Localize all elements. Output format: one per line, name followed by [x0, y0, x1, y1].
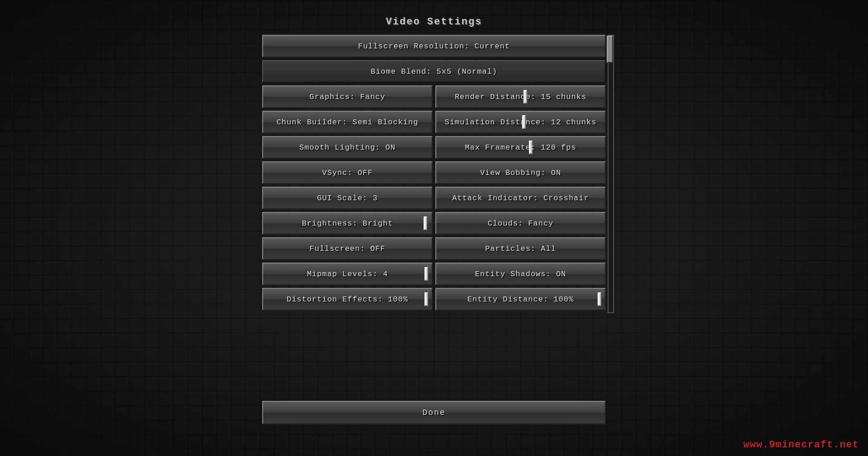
fullscreen-label: Fullscreen: OFF [309, 244, 385, 253]
simulation-distance-label: Simulation Distance: 12 chunks [444, 118, 596, 127]
simulation-distance-button[interactable]: Simulation Distance: 12 chunks [435, 111, 606, 133]
render-distance-button[interactable]: Render Distance: 15 chunks [435, 85, 606, 108]
smooth-lighting-label: Smooth Lighting: ON [299, 143, 396, 152]
distortion-entity-dist-row: Distortion Effects: 100% Entity Distance… [262, 288, 606, 310]
scrollbar-thumb[interactable] [607, 36, 613, 63]
entity-distance-label: Entity Distance: 100% [467, 295, 574, 304]
mipmap-shadows-row: Mipmap Levels: 4 Entity Shadows: ON [262, 263, 606, 285]
graphics-label: Graphics: Fancy [309, 93, 385, 101]
entity-distance-handle[interactable] [598, 292, 601, 306]
watermark: www.9minecraft.net [743, 439, 859, 451]
entity-shadows-button[interactable]: Entity Shadows: ON [435, 263, 606, 285]
brightness-clouds-row: Brightness: Bright Clouds: Fancy [262, 212, 606, 235]
render-distance-label: Render Distance: 15 chunks [455, 93, 586, 101]
done-label: Done [422, 408, 445, 417]
fullscreen-button[interactable]: Fullscreen: OFF [262, 237, 433, 260]
render-distance-handle[interactable] [524, 90, 527, 103]
chunk-sim-row: Chunk Builder: Semi Blocking Simulation … [262, 111, 606, 133]
simulation-distance-handle[interactable] [522, 115, 526, 129]
distortion-effects-button[interactable]: Distortion Effects: 100% [262, 288, 433, 310]
attack-indicator-label: Attack Indicator: Crosshair [452, 194, 589, 202]
biome-blend-label: Biome Blend: 5x5 (Normal) [371, 67, 497, 76]
vsync-button[interactable]: VSync: OFF [262, 161, 433, 184]
particles-button[interactable]: Particles: All [435, 237, 606, 260]
mipmap-levels-label: Mipmap Levels: 4 [307, 270, 388, 278]
vsync-bobbing-row: VSync: OFF View Bobbing: ON [262, 161, 606, 184]
max-framerate-label: Max Framerate: 120 fps [465, 143, 576, 152]
scrollbar-track [608, 35, 614, 313]
clouds-button[interactable]: Clouds: Fancy [435, 212, 606, 235]
gui-attack-row: GUI Scale: 3 Attack Indicator: Crosshair [262, 187, 606, 209]
gui-scale-label: GUI Scale: 3 [317, 194, 377, 202]
distortion-handle[interactable] [425, 292, 428, 306]
clouds-label: Clouds: Fancy [488, 219, 554, 228]
max-framerate-button[interactable]: Max Framerate: 120 fps [435, 136, 606, 159]
settings-container: Fullscreen Resolution: Current Biome Ble… [262, 35, 606, 313]
chunk-builder-label: Chunk Builder: Semi Blocking [277, 118, 419, 127]
smooth-lighting-button[interactable]: Smooth Lighting: ON [262, 136, 433, 159]
vsync-label: VSync: OFF [322, 169, 373, 177]
gui-scale-button[interactable]: GUI Scale: 3 [262, 187, 433, 209]
fullscreen-resolution-button[interactable]: Fullscreen Resolution: Current [262, 35, 606, 57]
entity-distance-button[interactable]: Entity Distance: 100% [435, 288, 606, 310]
distortion-effects-label: Distortion Effects: 100% [287, 295, 408, 304]
graphics-render-row: Graphics: Fancy Render Distance: 15 chun… [262, 85, 606, 108]
view-bobbing-label: View Bobbing: ON [480, 169, 561, 177]
brightness-label: Brightness: Bright [302, 219, 393, 228]
particles-label: Particles: All [485, 244, 556, 253]
mipmap-levels-button[interactable]: Mipmap Levels: 4 [262, 263, 433, 285]
biome-blend-button[interactable]: Biome Blend: 5x5 (Normal) [262, 60, 606, 83]
smooth-fps-row: Smooth Lighting: ON Max Framerate: 120 f… [262, 136, 606, 159]
chunk-builder-button[interactable]: Chunk Builder: Semi Blocking [262, 111, 433, 133]
max-framerate-handle[interactable] [529, 141, 533, 154]
page-title: Video Settings [386, 16, 482, 28]
brightness-handle[interactable] [424, 216, 427, 230]
fullscreen-resolution-label: Fullscreen Resolution: Current [358, 42, 510, 51]
attack-indicator-button[interactable]: Attack Indicator: Crosshair [435, 187, 606, 209]
entity-shadows-label: Entity Shadows: ON [475, 270, 566, 278]
graphics-button[interactable]: Graphics: Fancy [262, 85, 433, 108]
fullscreen-particles-row: Fullscreen: OFF Particles: All [262, 237, 606, 260]
mipmap-handle[interactable] [425, 267, 428, 281]
view-bobbing-button[interactable]: View Bobbing: ON [435, 161, 606, 184]
page-container: Video Settings Fullscreen Resolution: Cu… [0, 0, 868, 456]
done-button[interactable]: Done [262, 401, 606, 424]
brightness-button[interactable]: Brightness: Bright [262, 212, 433, 235]
